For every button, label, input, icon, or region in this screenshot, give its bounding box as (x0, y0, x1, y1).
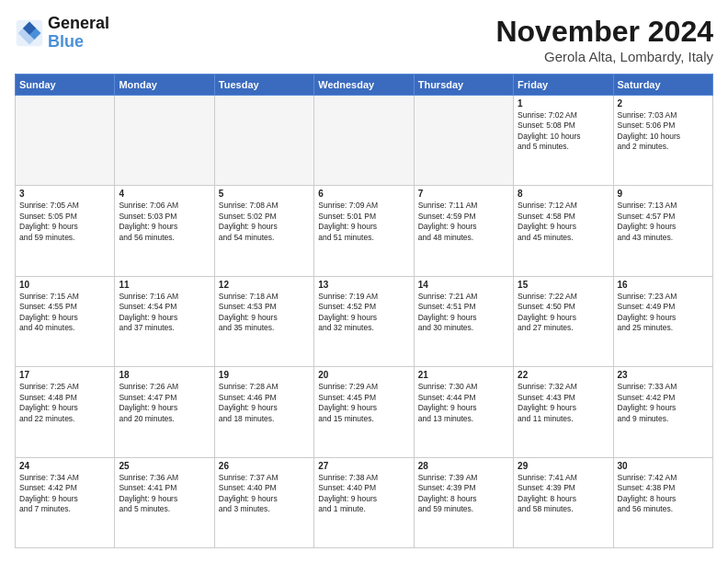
calendar-cell: 26Sunrise: 7:37 AM Sunset: 4:40 PM Dayli… (214, 457, 313, 547)
day-number: 1 (518, 98, 609, 109)
day-number: 18 (119, 370, 210, 380)
day-info: Sunrise: 7:02 AM Sunset: 5:08 PM Dayligh… (518, 110, 609, 153)
day-number: 20 (318, 370, 409, 380)
day-info: Sunrise: 7:37 AM Sunset: 4:40 PM Dayligh… (219, 473, 310, 515)
calendar-cell: 4Sunrise: 7:06 AM Sunset: 5:03 PM Daylig… (115, 186, 214, 276)
calendar-cell (16, 96, 115, 186)
day-number: 28 (418, 461, 509, 471)
calendar-cell: 12Sunrise: 7:18 AM Sunset: 4:53 PM Dayli… (214, 276, 313, 366)
calendar-cell: 27Sunrise: 7:38 AM Sunset: 4:40 PM Dayli… (314, 457, 414, 547)
calendar-cell: 24Sunrise: 7:34 AM Sunset: 4:42 PM Dayli… (16, 457, 115, 547)
calendar-cell: 17Sunrise: 7:25 AM Sunset: 4:48 PM Dayli… (16, 367, 115, 457)
day-info: Sunrise: 7:34 AM Sunset: 4:42 PM Dayligh… (19, 473, 110, 515)
calendar-cell: 22Sunrise: 7:32 AM Sunset: 4:43 PM Dayli… (514, 367, 613, 457)
day-number: 17 (19, 370, 110, 380)
calendar-cell: 21Sunrise: 7:30 AM Sunset: 4:44 PM Dayli… (414, 367, 513, 457)
day-info: Sunrise: 7:16 AM Sunset: 4:54 PM Dayligh… (119, 292, 210, 334)
header-row: SundayMondayTuesdayWednesdayThursdayFrid… (16, 75, 713, 96)
day-info: Sunrise: 7:15 AM Sunset: 4:55 PM Dayligh… (19, 292, 110, 334)
week-row: 17Sunrise: 7:25 AM Sunset: 4:48 PM Dayli… (16, 367, 713, 457)
calendar-cell (214, 96, 313, 186)
logo-icon (15, 18, 44, 48)
day-number: 30 (618, 461, 709, 471)
day-number: 16 (618, 280, 709, 290)
day-number: 23 (618, 370, 709, 380)
calendar-cell: 18Sunrise: 7:26 AM Sunset: 4:47 PM Dayli… (115, 367, 214, 457)
day-info: Sunrise: 7:21 AM Sunset: 4:51 PM Dayligh… (418, 292, 509, 334)
day-info: Sunrise: 7:11 AM Sunset: 4:59 PM Dayligh… (418, 201, 509, 243)
col-header-sunday: Sunday (16, 75, 115, 96)
calendar-cell: 13Sunrise: 7:19 AM Sunset: 4:52 PM Dayli… (314, 276, 414, 366)
col-header-wednesday: Wednesday (314, 75, 414, 96)
calendar-cell: 28Sunrise: 7:39 AM Sunset: 4:39 PM Dayli… (414, 457, 513, 547)
day-info: Sunrise: 7:30 AM Sunset: 4:44 PM Dayligh… (418, 382, 509, 424)
calendar-cell: 15Sunrise: 7:22 AM Sunset: 4:50 PM Dayli… (514, 276, 613, 366)
day-info: Sunrise: 7:19 AM Sunset: 4:52 PM Dayligh… (318, 292, 409, 334)
header: General Blue November 2024 Gerola Alta, … (15, 15, 713, 64)
day-info: Sunrise: 7:26 AM Sunset: 4:47 PM Dayligh… (119, 382, 210, 424)
day-info: Sunrise: 7:03 AM Sunset: 5:06 PM Dayligh… (618, 110, 709, 153)
calendar-cell: 5Sunrise: 7:08 AM Sunset: 5:02 PM Daylig… (214, 186, 313, 276)
calendar-cell: 10Sunrise: 7:15 AM Sunset: 4:55 PM Dayli… (16, 276, 115, 366)
day-info: Sunrise: 7:41 AM Sunset: 4:39 PM Dayligh… (518, 473, 609, 515)
day-number: 21 (418, 370, 509, 380)
title-block: November 2024 Gerola Alta, Lombardy, Ita… (495, 15, 713, 64)
calendar-cell: 23Sunrise: 7:33 AM Sunset: 4:42 PM Dayli… (613, 367, 712, 457)
calendar-cell: 9Sunrise: 7:13 AM Sunset: 4:57 PM Daylig… (613, 186, 712, 276)
day-number: 13 (318, 280, 409, 290)
col-header-tuesday: Tuesday (214, 75, 313, 96)
day-info: Sunrise: 7:39 AM Sunset: 4:39 PM Dayligh… (418, 473, 509, 515)
calendar-cell: 1Sunrise: 7:02 AM Sunset: 5:08 PM Daylig… (514, 96, 613, 186)
month-title: November 2024 (495, 15, 713, 49)
day-info: Sunrise: 7:05 AM Sunset: 5:05 PM Dayligh… (19, 201, 110, 243)
calendar-cell (414, 96, 513, 186)
day-info: Sunrise: 7:06 AM Sunset: 5:03 PM Dayligh… (119, 201, 210, 243)
calendar-cell: 14Sunrise: 7:21 AM Sunset: 4:51 PM Dayli… (414, 276, 513, 366)
day-number: 4 (119, 189, 210, 199)
day-number: 11 (119, 280, 210, 290)
day-number: 7 (418, 189, 509, 199)
day-number: 14 (418, 280, 509, 290)
calendar-cell: 3Sunrise: 7:05 AM Sunset: 5:05 PM Daylig… (16, 186, 115, 276)
day-number: 15 (518, 280, 609, 290)
day-number: 26 (219, 461, 310, 471)
day-info: Sunrise: 7:12 AM Sunset: 4:58 PM Dayligh… (518, 201, 609, 243)
col-header-thursday: Thursday (414, 75, 513, 96)
day-info: Sunrise: 7:23 AM Sunset: 4:49 PM Dayligh… (618, 292, 709, 334)
day-info: Sunrise: 7:28 AM Sunset: 4:46 PM Dayligh… (219, 382, 310, 424)
day-number: 25 (119, 461, 210, 471)
day-info: Sunrise: 7:36 AM Sunset: 4:41 PM Dayligh… (119, 473, 210, 515)
day-number: 8 (518, 189, 609, 199)
page: General Blue November 2024 Gerola Alta, … (0, 0, 728, 563)
calendar-cell: 2Sunrise: 7:03 AM Sunset: 5:06 PM Daylig… (613, 96, 712, 186)
calendar-cell: 7Sunrise: 7:11 AM Sunset: 4:59 PM Daylig… (414, 186, 513, 276)
day-info: Sunrise: 7:33 AM Sunset: 4:42 PM Dayligh… (618, 382, 709, 424)
calendar-cell: 30Sunrise: 7:42 AM Sunset: 4:38 PM Dayli… (613, 457, 712, 547)
day-info: Sunrise: 7:18 AM Sunset: 4:53 PM Dayligh… (219, 292, 310, 334)
day-info: Sunrise: 7:09 AM Sunset: 5:01 PM Dayligh… (318, 201, 409, 243)
day-number: 10 (19, 280, 110, 290)
day-info: Sunrise: 7:08 AM Sunset: 5:02 PM Dayligh… (219, 201, 310, 243)
day-number: 2 (618, 98, 709, 109)
week-row: 10Sunrise: 7:15 AM Sunset: 4:55 PM Dayli… (16, 276, 713, 366)
day-number: 27 (318, 461, 409, 471)
calendar-cell: 16Sunrise: 7:23 AM Sunset: 4:49 PM Dayli… (613, 276, 712, 366)
day-number: 19 (219, 370, 310, 380)
calendar-cell: 19Sunrise: 7:28 AM Sunset: 4:46 PM Dayli… (214, 367, 313, 457)
day-number: 5 (219, 189, 310, 199)
col-header-saturday: Saturday (613, 75, 712, 96)
day-info: Sunrise: 7:13 AM Sunset: 4:57 PM Dayligh… (618, 201, 709, 243)
day-number: 22 (518, 370, 609, 380)
logo: General Blue (15, 15, 109, 52)
day-number: 3 (19, 189, 110, 199)
day-number: 24 (19, 461, 110, 471)
calendar-cell (314, 96, 414, 186)
day-number: 29 (518, 461, 609, 471)
day-info: Sunrise: 7:22 AM Sunset: 4:50 PM Dayligh… (518, 292, 609, 334)
day-number: 9 (618, 189, 709, 199)
week-row: 1Sunrise: 7:02 AM Sunset: 5:08 PM Daylig… (16, 96, 713, 186)
day-number: 6 (318, 189, 409, 199)
day-info: Sunrise: 7:38 AM Sunset: 4:40 PM Dayligh… (318, 473, 409, 515)
col-header-friday: Friday (514, 75, 613, 96)
week-row: 24Sunrise: 7:34 AM Sunset: 4:42 PM Dayli… (16, 457, 713, 547)
